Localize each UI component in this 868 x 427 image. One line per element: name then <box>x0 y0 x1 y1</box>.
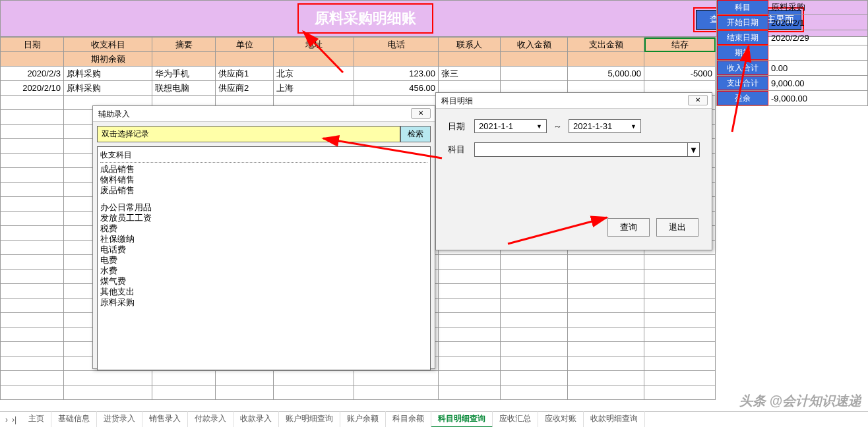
cell-date[interactable]: 2020/2/10 <box>1 81 64 96</box>
detail-exit-button[interactable]: 退出 <box>656 218 698 237</box>
side-val-start[interactable]: 2020/2/1 <box>768 15 867 30</box>
cell-summary[interactable]: 联想电脑 <box>152 81 216 96</box>
side-panel: 科目原料采购 开始日期2020/2/1 结束日期2020/2/29 期初 收入合… <box>716 0 868 106</box>
assist-dialog: 辅助录入 ✕ 双击选择记录 检索 收支科目 成品销售物料销售废品销售 办公日常用… <box>92 105 435 369</box>
cell-addr[interactable]: 上海 <box>274 81 354 96</box>
cell-unit[interactable]: 供应商1 <box>216 67 274 81</box>
detail-dialog: 科目明细 ✕ 日期 2021-1-1▼ ～ 2021-1-31▼ 科目 ▼ 查询… <box>435 92 712 250</box>
side-val-expense: 9,000.00 <box>768 76 867 90</box>
list-item[interactable]: 成品销售 <box>100 164 427 175</box>
chevron-right-icon[interactable]: › <box>5 415 8 424</box>
list-item[interactable]: 其他支出 <box>100 287 427 297</box>
sheet-tabs: ››| 主页基础信息进货录入销售录入付款录入收款录入账户明细查询账户余额科目余额… <box>0 411 868 427</box>
tab-账户明细查询[interactable]: 账户明细查询 <box>279 411 340 427</box>
cell-balance[interactable]: -5000 <box>644 67 716 81</box>
header-row: 日期 收支科目 摘要 单位 地址 电话 联系人 收入金额 支出金额 结存 <box>1 38 716 52</box>
col-expense[interactable]: 支出金额 <box>568 38 644 52</box>
list-item[interactable]: 电费 <box>100 255 427 266</box>
assist-list-header: 收支科目 <box>100 150 427 163</box>
tab-收款录入[interactable]: 收款录入 <box>233 411 279 427</box>
cell-expense[interactable]: 5,000.00 <box>568 67 644 81</box>
tab-应收对账[interactable]: 应收对账 <box>538 411 584 427</box>
chevron-down-icon: ▼ <box>536 123 542 130</box>
side-label-surplus: 盈余 <box>717 91 768 105</box>
chevron-down-icon: ▼ <box>631 123 636 130</box>
cell-phone[interactable]: 123.00 <box>354 67 439 81</box>
list-item[interactable]: 税费 <box>100 223 427 234</box>
chevron-end-icon[interactable]: ›| <box>12 415 16 424</box>
date-from-input[interactable]: 2021-1-1▼ <box>474 119 547 133</box>
col-subject[interactable]: 收支科目 <box>64 38 152 52</box>
subject-input[interactable]: ▼ <box>474 142 700 157</box>
tab-付款录入[interactable]: 付款录入 <box>188 411 233 427</box>
side-val-surplus: -9,000.00 <box>768 91 867 105</box>
watermark: 头条 @会计知识速递 <box>739 392 861 410</box>
table-row[interactable]: 2020/2/3 原料采购 华为手机 供应商1 北京 123.00 张三 5,0… <box>1 67 716 81</box>
list-item[interactable]: 废品销售 <box>100 185 427 196</box>
col-unit[interactable]: 单位 <box>216 38 274 52</box>
tab-应收汇总[interactable]: 应收汇总 <box>493 411 538 427</box>
col-summary[interactable]: 摘要 <box>152 38 216 52</box>
side-val-subject[interactable]: 原料采购 <box>768 0 867 14</box>
cell-phone[interactable]: 456.00 <box>354 81 439 96</box>
cell-summary[interactable]: 华为手机 <box>152 67 216 81</box>
cell-income[interactable] <box>501 67 568 81</box>
side-label-end: 结束日期 <box>717 30 768 45</box>
list-item[interactable]: 社保缴纳 <box>100 234 427 244</box>
list-item[interactable]: 办公日常用品 <box>100 202 427 213</box>
side-label-subject: 科目 <box>717 0 768 14</box>
date-label: 日期 <box>448 121 474 132</box>
init-balance-row: 期初余额 <box>1 52 716 67</box>
cell-subject[interactable]: 原料采购 <box>64 67 152 81</box>
subject-label: 科目 <box>448 144 474 156</box>
tab-销售录入[interactable]: 销售录入 <box>142 411 188 427</box>
cell-date[interactable]: 2020/2/3 <box>1 67 64 81</box>
close-icon[interactable]: ✕ <box>688 95 708 105</box>
list-item[interactable]: 原料采购 <box>100 297 427 308</box>
init-balance-label: 期初余额 <box>64 52 152 67</box>
tab-收款明细查询[interactable]: 收款明细查询 <box>584 411 645 427</box>
detail-dialog-title: 科目明细 ✕ <box>436 93 712 109</box>
list-item[interactable]: 物料销售 <box>100 175 427 185</box>
col-income[interactable]: 收入金额 <box>501 38 568 52</box>
cell-addr[interactable]: 北京 <box>274 67 354 81</box>
date-to-input[interactable]: 2021-1-31▼ <box>569 119 641 133</box>
close-icon[interactable]: ✕ <box>411 108 431 119</box>
assist-search-input[interactable]: 双击选择记录 <box>97 126 400 142</box>
assist-dialog-title: 辅助录入 ✕ <box>93 106 435 122</box>
detail-query-button[interactable]: 查询 <box>607 218 650 237</box>
col-addr[interactable]: 地址 <box>274 38 354 52</box>
list-item[interactable]: 电话费 <box>100 244 427 255</box>
col-date[interactable]: 日期 <box>1 38 64 52</box>
side-label-expense: 支出合计 <box>717 76 768 90</box>
table-row[interactable] <box>1 371 716 385</box>
col-phone[interactable]: 电话 <box>354 38 439 52</box>
page-title: 原料采购明细账 <box>297 3 433 34</box>
side-label-income: 收入合计 <box>717 61 768 75</box>
assist-search-button[interactable]: 检索 <box>400 126 431 142</box>
tab-账户余额[interactable]: 账户余额 <box>340 411 386 427</box>
assist-list[interactable]: 收支科目 成品销售物料销售废品销售 办公日常用品发放员工工资税费社保缴纳电话费电… <box>97 146 431 370</box>
list-item[interactable]: 发放员工工资 <box>100 213 427 223</box>
table-row[interactable] <box>1 385 716 400</box>
list-item[interactable]: 水费 <box>100 266 427 276</box>
side-label-init: 期初 <box>717 45 768 60</box>
tab-基础信息[interactable]: 基础信息 <box>51 411 97 427</box>
col-balance[interactable]: 结存 <box>644 38 716 52</box>
col-contact[interactable]: 联系人 <box>439 38 501 52</box>
list-item[interactable]: 煤气费 <box>100 276 427 287</box>
side-val-income: 0.00 <box>768 61 867 75</box>
tab-主页[interactable]: 主页 <box>22 411 51 427</box>
tilde-separator: ～ <box>553 121 562 132</box>
cell-unit[interactable]: 供应商2 <box>216 81 274 96</box>
tab-科目明细查询[interactable]: 科目明细查询 <box>431 411 493 427</box>
tab-nav[interactable]: ››| <box>0 415 22 424</box>
cell-subject[interactable]: 原料采购 <box>64 81 152 96</box>
chevron-down-icon[interactable]: ▼ <box>687 143 699 156</box>
side-label-start: 开始日期 <box>717 15 768 30</box>
tab-科目余额[interactable]: 科目余额 <box>386 411 431 427</box>
cell-contact[interactable]: 张三 <box>439 67 501 81</box>
side-val-end[interactable]: 2020/2/29 <box>768 30 867 45</box>
side-val-init <box>768 45 867 60</box>
tab-进货录入[interactable]: 进货录入 <box>97 411 142 427</box>
